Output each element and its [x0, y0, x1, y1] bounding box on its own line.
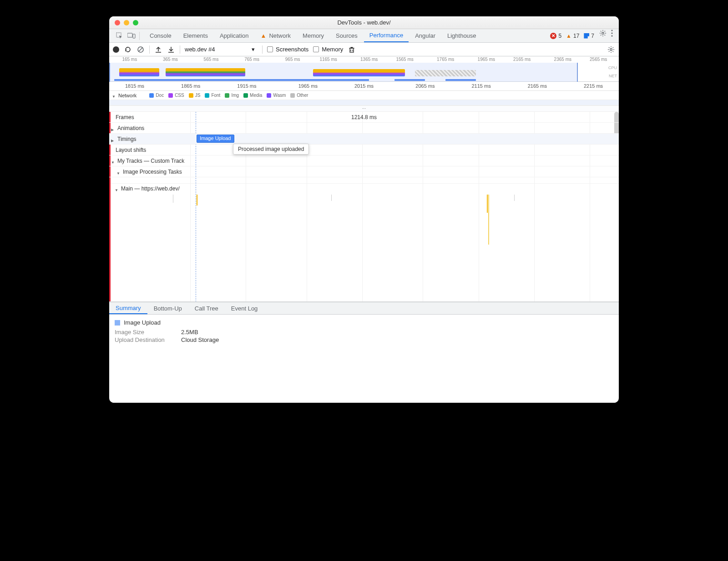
task-sliver[interactable] [487, 195, 488, 213]
disclosure-icon[interactable] [111, 126, 116, 130]
profile-select[interactable]: web.dev #4 ▾ [185, 46, 258, 53]
summary-row: Image Size 2.5MB [115, 329, 613, 336]
overview-timeline[interactable]: 165 ms 365 ms 565 ms 765 ms 965 ms 1165 … [109, 56, 619, 82]
capture-settings-icon[interactable] [607, 45, 615, 54]
tab-network[interactable]: ▲ Network [255, 29, 297, 42]
issue-counters[interactable]: ✕5 ▲17 7 [550, 29, 598, 42]
timings-track[interactable]: Timings Image Upload Processed image upl… [109, 134, 619, 145]
tab-call-tree[interactable]: Call Tree [188, 302, 225, 314]
collect-garbage-icon[interactable] [348, 45, 356, 54]
panel-tabbar: Console Elements Application ▲ Network M… [109, 29, 619, 43]
overview-ruler: 165 ms 365 ms 565 ms 765 ms 965 ms 1165 … [109, 56, 619, 63]
tab-sources[interactable]: Sources [330, 29, 363, 42]
svg-point-6 [612, 35, 613, 37]
task-sliver[interactable] [331, 195, 332, 201]
device-toolbar-icon[interactable] [127, 32, 136, 40]
tab-event-log[interactable]: Event Log [225, 302, 264, 314]
tab-summary[interactable]: Summary [109, 302, 147, 314]
tab-bottom-up[interactable]: Bottom-Up [147, 302, 188, 314]
summary-panel: Image Upload Image Size 2.5MB Upload Des… [109, 315, 619, 403]
svg-point-4 [612, 30, 613, 31]
download-profile-icon[interactable] [167, 45, 175, 54]
titlebar: DevTools - web.dev/ [109, 16, 619, 29]
disclosure-icon[interactable] [115, 186, 119, 191]
detail-ruler: 1815 ms 1865 ms 1915 ms 1965 ms 2015 ms … [109, 82, 619, 91]
reload-record-icon[interactable] [124, 45, 132, 54]
custom-track-image-processing[interactable]: Image Processing Tasks [109, 166, 619, 177]
disclosure-icon[interactable] [111, 137, 116, 141]
clear-icon[interactable] [136, 45, 145, 54]
warning-icon: ▲ [261, 32, 267, 39]
net-label: NET [609, 74, 617, 78]
kebab-menu-icon[interactable] [608, 29, 616, 37]
tab-lighthouse[interactable]: Lighthouse [442, 29, 482, 42]
svg-rect-9 [350, 48, 354, 52]
svg-rect-1 [127, 33, 132, 37]
separator [139, 32, 140, 40]
collapsed-divider[interactable]: ··· [109, 105, 619, 112]
layout-shifts-track[interactable]: Layout shifts [109, 145, 619, 155]
svg-point-3 [602, 32, 604, 34]
task-sliver[interactable] [488, 195, 489, 245]
svg-point-5 [612, 33, 613, 34]
warning-icon: ▲ [566, 33, 571, 39]
error-icon: ✕ [550, 33, 556, 39]
network-track-body[interactable] [109, 100, 619, 105]
tab-performance[interactable]: Performance [364, 29, 409, 42]
svg-rect-2 [133, 34, 135, 38]
memory-checkbox[interactable]: Memory [313, 46, 343, 53]
disclosure-icon[interactable] [111, 159, 116, 163]
tab-memory[interactable]: Memory [297, 29, 329, 42]
inspect-icon[interactable] [116, 32, 124, 40]
screenshots-checkbox[interactable]: Screenshots [267, 46, 308, 53]
summary-row: Upload Destination Cloud Storage [115, 336, 613, 343]
upload-profile-icon[interactable] [154, 45, 162, 54]
main-thread-track[interactable]: Main — https://web.dev/ [109, 184, 619, 302]
tab-elements[interactable]: Elements [178, 29, 213, 42]
disclosure-icon[interactable] [116, 170, 121, 174]
tab-angular[interactable]: Angular [410, 29, 441, 42]
tab-application[interactable]: Application [214, 29, 254, 42]
task-sliver[interactable] [173, 195, 173, 203]
settings-icon[interactable] [599, 29, 607, 37]
task-sliver[interactable] [197, 195, 197, 205]
issue-flag-icon [584, 33, 589, 39]
window-title: DevTools - web.dev/ [109, 19, 619, 26]
svg-point-10 [610, 48, 612, 50]
network-legend: Doc CSS JS Font Img Media Wasm Other [149, 93, 308, 98]
disclosure-icon[interactable] [112, 93, 116, 98]
frames-track[interactable]: Frames 1214.8 ms [109, 112, 619, 123]
chevron-down-icon: ▾ [252, 46, 255, 53]
tab-console[interactable]: Console [144, 29, 177, 42]
network-track-header[interactable]: Network Doc CSS JS Font Img Media Wasm O… [109, 91, 619, 100]
summary-title: Image Upload [124, 319, 161, 326]
devtools-window: DevTools - web.dev/ Console Elements App… [109, 16, 619, 403]
tracks-area: Frames 1214.8 ms Animations Timings Imag… [109, 112, 619, 302]
tooltip: Processed image uploaded [233, 144, 309, 155]
detail-tabs: Summary Bottom-Up Call Tree Event Log [109, 302, 619, 315]
performance-toolbar: web.dev #4 ▾ Screenshots Memory [109, 43, 619, 56]
color-swatch [115, 320, 120, 326]
custom-track-group[interactable]: My Tracks — Custom Track [109, 155, 619, 166]
record-button[interactable] [113, 46, 119, 53]
animations-track[interactable]: Animations [109, 123, 619, 134]
frame-duration: 1214.8 ms [351, 114, 377, 120]
timing-marker-image-upload[interactable]: Image Upload [197, 135, 234, 143]
svg-line-8 [139, 48, 142, 51]
task-sliver[interactable] [514, 195, 515, 201]
cpu-label: CPU [608, 65, 617, 70]
